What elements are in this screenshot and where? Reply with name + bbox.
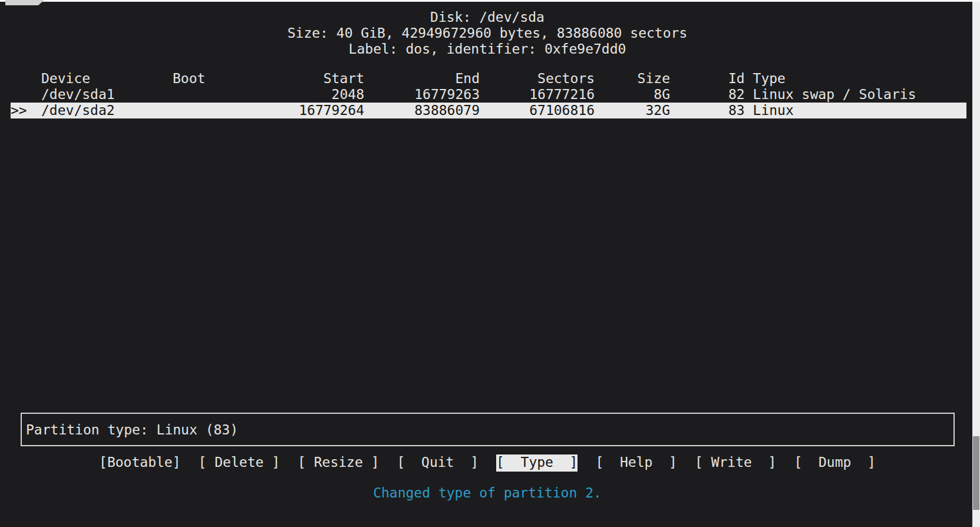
row-selection-marker — [11, 87, 41, 103]
col-header-start: Start — [232, 71, 364, 87]
resize-button[interactable]: [ Resize ] — [298, 454, 379, 472]
type-button[interactable]: [ Type ] — [496, 454, 578, 472]
status-message: Changed type of partition 2. — [0, 485, 975, 500]
cell-end: 83886079 — [364, 103, 480, 118]
cell-start: 2048 — [232, 87, 364, 103]
write-button[interactable]: [ Write ] — [695, 454, 776, 472]
disk-name-line: Disk: /dev/sda — [0, 9, 975, 25]
disk-size-line: Size: 40 GiB, 42949672960 bytes, 8388608… — [0, 25, 975, 41]
menu-bar: [Bootable] [ Delete ] [ Resize ] [ Quit … — [0, 454, 975, 472]
col-header-id-type: Id Type — [670, 71, 966, 87]
cell-device: /dev/sda1 — [41, 87, 173, 103]
partition-row-sda1[interactable]: /dev/sda1 2048 16779263 16777216 8G 82 L… — [11, 87, 966, 103]
cell-sectors: 67106816 — [480, 103, 595, 118]
scrollbar-thumb[interactable] — [973, 436, 979, 510]
terminal-screen: Disk: /dev/sda Size: 40 GiB, 42949672960… — [0, 0, 975, 527]
delete-button[interactable]: [ Delete ] — [199, 454, 280, 472]
cell-start: 16779264 — [232, 103, 364, 118]
cell-size: 32G — [595, 103, 670, 118]
partition-type-text: Partition type: Linux (83) — [22, 422, 238, 437]
cell-id-type: 83 Linux — [670, 103, 966, 118]
dump-button[interactable]: [ Dump ] — [794, 454, 875, 472]
cell-boot — [173, 103, 232, 118]
partition-row-sda2[interactable]: >> /dev/sda2 16779264 83886079 67106816 … — [11, 103, 966, 118]
bootable-button[interactable]: [Bootable] — [99, 454, 180, 472]
help-button[interactable]: [ Help ] — [595, 454, 677, 472]
cell-device: /dev/sda2 — [41, 103, 173, 118]
col-header-device: Device — [41, 71, 173, 87]
cell-size: 8G — [595, 87, 670, 103]
cell-id-type: 82 Linux swap / Solaris — [670, 87, 966, 103]
quit-button[interactable]: [ Quit ] — [397, 454, 479, 472]
disk-header: Disk: /dev/sda Size: 40 GiB, 42949672960… — [0, 9, 975, 57]
row-selection-marker: >> — [11, 103, 41, 118]
cell-sectors: 16777216 — [480, 87, 595, 103]
cell-end: 16779263 — [364, 87, 480, 103]
col-header-size: Size — [595, 71, 670, 87]
col-header-end: End — [364, 71, 480, 87]
disk-label-line: Label: dos, identifier: 0xfe9e7dd0 — [0, 41, 975, 57]
browser-tab-stub — [5, 0, 44, 5]
browser-chrome-edge — [0, 0, 980, 2]
col-header-sectors: Sectors — [480, 71, 595, 87]
partition-table: Device Boot Start End Sectors Size Id Ty… — [0, 71, 975, 118]
cell-boot — [173, 87, 232, 103]
col-header-boot: Boot — [173, 71, 232, 87]
scrollbar-track[interactable] — [972, 2, 980, 527]
partition-table-header: Device Boot Start End Sectors Size Id Ty… — [11, 71, 966, 87]
partition-type-info-box: Partition type: Linux (83) — [21, 413, 955, 446]
